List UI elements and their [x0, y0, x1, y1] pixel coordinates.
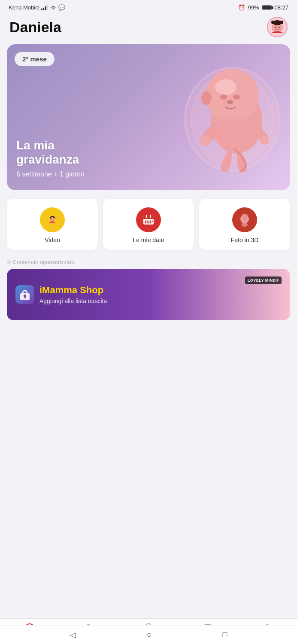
status-carrier: Kena Mobile 💬 [9, 4, 65, 11]
feto3d-icon [232, 207, 257, 232]
feto3d-label: Feto in 3D [231, 237, 259, 243]
recent-button[interactable]: □ [223, 630, 227, 639]
sponsored-cta: Aggiungi alla lista nascita [39, 298, 107, 304]
svg-point-26 [51, 219, 52, 219]
svg-point-36 [150, 221, 152, 222]
page-title: Daniela [9, 19, 61, 36]
svg-point-15 [215, 79, 236, 95]
svg-point-37 [152, 221, 153, 222]
svg-point-34 [147, 221, 148, 222]
svg-point-17 [220, 94, 227, 100]
lovely-mind-badge: LOVELY MIND® [245, 276, 282, 284]
home-button[interactable]: ○ [147, 630, 152, 640]
svg-point-39 [147, 222, 148, 224]
svg-point-50 [24, 295, 26, 297]
action-video[interactable]: Video [7, 199, 98, 250]
status-bar: Kena Mobile 💬 ⏰ 99% 08:27 [0, 0, 297, 13]
svg-point-41 [150, 222, 152, 224]
battery-text: 99% [248, 4, 259, 11]
fetus-illustration [166, 53, 290, 186]
svg-point-18 [233, 94, 240, 100]
pregnancy-title: La mia gravidanza [16, 138, 85, 167]
pregnancy-card[interactable]: 2° mese [7, 44, 290, 190]
pregnancy-card-text: La mia gravidanza 6 settimane + 1 giorno [16, 138, 85, 178]
action-3d[interactable]: Feto in 3D [199, 199, 290, 250]
pregnancy-badge: 2° mese [15, 52, 55, 66]
svg-rect-3 [46, 5, 48, 10]
svg-rect-1 [43, 8, 44, 10]
video-icon [40, 207, 65, 232]
svg-rect-2 [45, 6, 46, 10]
whatsapp-icon: 💬 [58, 4, 65, 11]
video-label: Video [45, 237, 60, 243]
svg-point-16 [201, 91, 212, 105]
svg-point-9 [279, 27, 280, 28]
svg-point-14 [206, 70, 259, 122]
avatar-image [270, 19, 285, 35]
signal-icon [41, 5, 48, 10]
pregnancy-weeks: 6 settimane + 1 giorno [16, 170, 85, 178]
svg-point-47 [244, 220, 245, 221]
avatar[interactable] [267, 17, 288, 37]
svg-point-7 [280, 21, 283, 24]
battery-icon [262, 5, 272, 10]
fetus-svg [170, 59, 290, 179]
svg-rect-0 [41, 9, 42, 10]
svg-point-48 [242, 222, 248, 227]
svg-point-19 [227, 100, 233, 104]
imamma-title: iMamma Shop [39, 285, 107, 296]
svg-point-40 [148, 222, 150, 224]
svg-point-8 [275, 27, 276, 28]
system-nav-bar: ◁ ○ □ [0, 625, 297, 644]
svg-point-45 [242, 218, 245, 220]
dates-label: Le mie date [133, 237, 164, 243]
imamma-logo [15, 285, 34, 304]
svg-point-20 [200, 136, 210, 146]
sponsored-label: © Contenuto sponsorizzato [7, 259, 290, 265]
svg-rect-32 [150, 215, 152, 218]
dates-icon [136, 207, 161, 232]
alarm-icon: ⏰ [238, 4, 245, 11]
sponsored-card[interactable]: iMamma Shop Aggiungi alla lista nascita … [7, 269, 290, 320]
svg-rect-31 [146, 215, 147, 218]
time-display: 08:27 [274, 4, 288, 11]
svg-point-35 [148, 221, 150, 222]
svg-point-46 [245, 218, 248, 220]
svg-point-27 [53, 219, 54, 219]
action-dates[interactable]: Le mie date [103, 199, 194, 250]
svg-point-43 [242, 214, 248, 218]
svg-rect-30 [143, 218, 154, 219]
page-header: Daniela [0, 13, 297, 44]
quick-actions: Video [7, 199, 290, 250]
status-info: ⏰ 99% 08:27 [238, 4, 288, 11]
svg-point-22 [213, 117, 252, 147]
back-button[interactable]: ◁ [70, 630, 76, 640]
sponsored-text: iMamma Shop Aggiungi alla lista nascita [39, 285, 107, 304]
wifi-icon [50, 5, 57, 10]
svg-point-21 [260, 135, 269, 145]
svg-point-38 [145, 222, 146, 224]
svg-point-33 [145, 221, 146, 222]
svg-point-6 [271, 21, 275, 24]
copyright-icon: © [7, 259, 11, 265]
